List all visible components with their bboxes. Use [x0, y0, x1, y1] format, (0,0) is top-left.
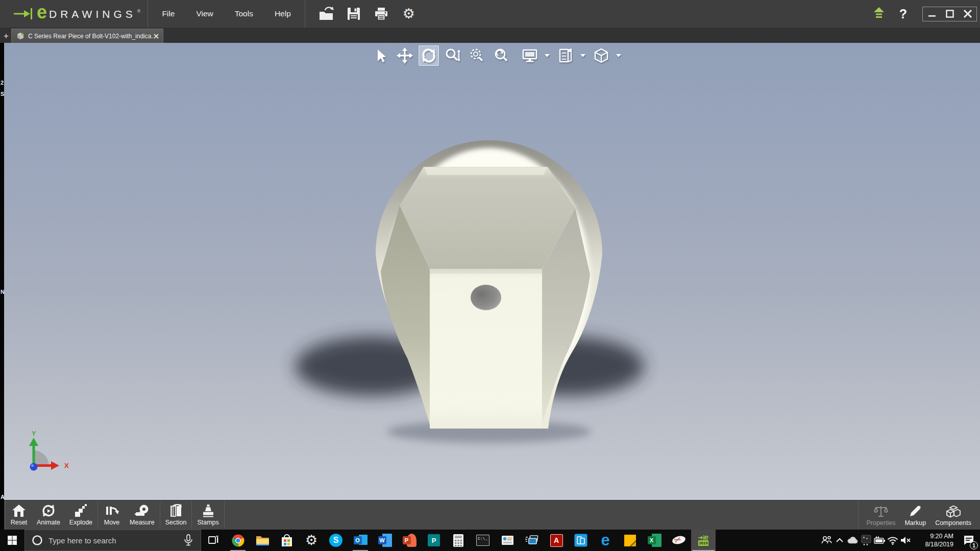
zoom-tool-button[interactable] — [443, 45, 463, 66]
close-icon — [963, 9, 972, 18]
print-button[interactable] — [372, 4, 391, 23]
close-button[interactable] — [959, 7, 976, 21]
print-icon — [374, 7, 388, 20]
menu-view[interactable]: View — [185, 0, 224, 28]
taskbar-icon-sticky-notes[interactable] — [618, 530, 642, 551]
zoom-to-fit-tool-button[interactable] — [491, 45, 511, 66]
settings-button[interactable]: ⚙ — [399, 4, 419, 23]
taskbar-icon-chrome[interactable] — [226, 530, 250, 551]
rotate-icon — [421, 47, 437, 64]
taskbar-icon-command-prompt[interactable]: C:\_ — [471, 530, 495, 551]
explode-button[interactable]: Explode — [65, 500, 97, 530]
document-tab[interactable]: C Series Rear Piece of Bolt-V102-with_in… — [11, 29, 163, 43]
volume-muted-icon[interactable] — [899, 530, 913, 551]
share-upload-button[interactable] — [873, 7, 885, 21]
stamps-button[interactable]: Stamps — [192, 500, 223, 530]
tab-title: C Series Rear Piece of Bolt-V102-with_in… — [28, 33, 154, 40]
divider — [148, 0, 148, 28]
task-view-button[interactable] — [201, 530, 226, 551]
model-3d-bolt-rear-piece[interactable] — [332, 122, 658, 459]
logo-registered: ® — [137, 9, 141, 14]
background-app-icon[interactable] — [860, 530, 873, 551]
zoom-area-tool-button[interactable] — [467, 45, 487, 66]
taskbar-icon-outlook[interactable]: O — [348, 530, 373, 551]
taskbar-icon-edrawings-active[interactable]: e 2019 — [691, 530, 716, 551]
orientation-cube-button[interactable] — [591, 45, 611, 66]
orientation-dropdown[interactable] — [615, 54, 622, 58]
tab-close-icon[interactable] — [154, 34, 159, 39]
minimize-button[interactable] — [923, 7, 941, 21]
maximize-button[interactable] — [941, 7, 959, 21]
menu-bar: File View Tools Help — [151, 0, 301, 28]
measure-label: Measure — [130, 519, 155, 526]
taskbar-icon-excel[interactable]: X — [642, 530, 667, 551]
taskbar-search[interactable] — [24, 530, 201, 551]
minimize-icon — [927, 9, 937, 18]
move-button[interactable]: Move — [99, 500, 125, 530]
microphone-icon[interactable] — [182, 534, 194, 547]
calculator-icon — [452, 534, 464, 547]
collapsed-panel-edge[interactable]: 2 S N A — [0, 43, 4, 530]
chevron-down-icon — [616, 54, 622, 58]
home-icon — [12, 504, 26, 517]
reset-button[interactable]: Reset — [6, 500, 32, 530]
outlook-icon: O — [354, 534, 368, 547]
acrobat-icon: A — [550, 534, 563, 547]
components-button[interactable]: Components — [930, 500, 976, 530]
new-tab-button[interactable]: + — [2, 31, 10, 41]
save-button[interactable] — [344, 4, 363, 23]
taskbar-icon-remote-windows[interactable] — [520, 530, 544, 551]
edge-fragment: N — [1, 289, 4, 295]
taskbar-icon-snipping-tool[interactable]: ✂ — [667, 530, 691, 551]
full-screen-button[interactable] — [520, 45, 540, 66]
explode-label: Explode — [69, 519, 92, 526]
measure-button[interactable]: Measure — [125, 500, 159, 530]
taskbar-icon-acrobat[interactable]: A — [544, 530, 569, 551]
taskbar-icon-powerpoint[interactable]: P — [397, 530, 422, 551]
menu-help[interactable]: Help — [264, 0, 302, 28]
taskbar-icon-file-explorer[interactable] — [250, 530, 275, 551]
taskbar-icon-word[interactable]: W — [373, 530, 397, 551]
taskbar-icon-edge[interactable]: e — [593, 530, 618, 551]
viewport-3d[interactable]: Y X — [0, 43, 980, 500]
search-input[interactable] — [48, 536, 182, 545]
menu-file[interactable]: File — [151, 0, 185, 28]
settings-gear-icon: ⚙ — [305, 534, 317, 547]
section-label: Section — [165, 519, 187, 526]
hidden-icons-chevron[interactable] — [833, 530, 846, 551]
start-button[interactable] — [0, 530, 24, 551]
view-modes-dropdown[interactable] — [579, 54, 586, 58]
rotate-tool-button[interactable] — [419, 45, 439, 66]
reset-label: Reset — [11, 519, 28, 526]
taskbar-icon-calculator[interactable] — [446, 530, 471, 551]
taskbar-clock[interactable]: 9:20 AM 8/18/2019 — [918, 532, 953, 548]
your-phone-icon — [574, 534, 587, 547]
help-button[interactable]: ? — [899, 7, 907, 21]
taskbar-icon-your-phone[interactable] — [569, 530, 593, 551]
taskbar-icon-settings[interactable]: ⚙ — [299, 530, 324, 551]
edge-fragment: S — [1, 91, 4, 97]
select-tool-button[interactable] — [371, 45, 391, 66]
pan-tool-button[interactable] — [395, 45, 415, 66]
zoom-magnifier-icon — [445, 47, 461, 64]
taskbar-icon-skype[interactable]: S — [324, 530, 348, 551]
clock-date: 8/18/2019 — [918, 540, 953, 548]
edrawings-arrow-icon — [13, 8, 34, 20]
wifi-icon[interactable] — [886, 530, 899, 551]
taskbar-icon-system-info[interactable] — [495, 530, 520, 551]
taskbar-icon-publisher[interactable]: P — [422, 530, 446, 551]
markup-label: Markup — [904, 519, 926, 527]
people-icon[interactable] — [820, 530, 833, 551]
markup-button[interactable]: Markup — [900, 500, 930, 530]
view-modes-button[interactable] — [555, 45, 576, 66]
animate-button[interactable]: Animate — [32, 500, 65, 530]
taskbar-icon-microsoft-store[interactable] — [275, 530, 299, 551]
full-screen-dropdown[interactable] — [544, 54, 551, 58]
battery-icon[interactable] — [873, 530, 886, 551]
action-center-button[interactable]: 1 — [958, 530, 980, 551]
onedrive-icon[interactable] — [846, 530, 860, 551]
open-button[interactable] — [316, 4, 336, 23]
section-button[interactable]: Section — [161, 500, 191, 530]
menu-tools[interactable]: Tools — [224, 0, 264, 28]
y-axis-head — [29, 438, 38, 446]
